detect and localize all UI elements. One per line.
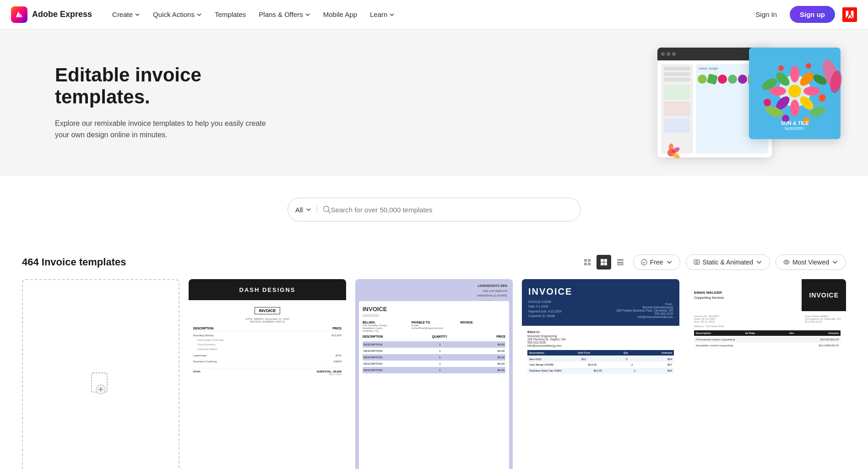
nav-learn[interactable]: Learn xyxy=(364,7,400,22)
blue-body: Billed to: Mconnect Engineering185 Pache… xyxy=(522,326,679,469)
template-card-blank[interactable] xyxy=(22,279,179,469)
chevron-down-icon xyxy=(306,207,311,212)
dash-item-sub3: · Corporate Pattern xyxy=(193,347,342,352)
editor-dot-2 xyxy=(667,52,670,56)
hero-section: Editable invoice templates. Explore our … xyxy=(0,29,868,176)
blue-row: Stainless Steel Cap #3962$12.502$25 xyxy=(527,368,674,374)
ewan-invoice-label: INVOICE xyxy=(809,291,839,299)
free-filter-label: Free xyxy=(650,259,663,266)
grid-small-icon xyxy=(584,259,591,266)
lion-company: LIONHEIGHTS DENTHE LOP HEIGHTSAARONDVILL… xyxy=(361,284,507,298)
results-section: 464 Invoice templates xyxy=(0,243,868,469)
template-card-blue[interactable]: INVOICE INVOICE #13295Date: 4-1-2024Paym… xyxy=(522,279,679,469)
chevron-down-icon xyxy=(756,259,762,265)
ewan-company: EWAN WALKERCopywriting Services xyxy=(694,290,796,300)
nav-quick-actions[interactable]: Quick Actions xyxy=(147,7,207,22)
view-grid-large-button[interactable] xyxy=(597,255,611,270)
navbar: Adobe Express Create Quick Actions Templ… xyxy=(0,0,868,29)
svg-point-16 xyxy=(764,99,771,106)
lion-invoice-col: INVOICE: xyxy=(460,321,505,332)
blue-billed-to: Billed to: Mconnect Engineering185 Pache… xyxy=(527,330,674,347)
sign-in-button[interactable]: Sign In xyxy=(750,7,782,22)
floral-card-text: SUN & TILE NURSERY xyxy=(781,120,808,132)
dash-header: DASH DESIGNS xyxy=(189,279,346,300)
ewan-col-headers: Description Hr Rate Hrs Amount xyxy=(694,330,841,336)
hero-text: Editable invoice templates. Explore our … xyxy=(55,64,275,141)
svg-point-17 xyxy=(819,94,826,102)
dash-item-sub2: · Three Revisions xyxy=(193,343,342,347)
nav-plans[interactable]: Plans & Offers xyxy=(253,7,315,22)
leaf-icon xyxy=(728,75,737,84)
floral-brand-line1: SUN & TILE xyxy=(781,120,808,126)
panel-item xyxy=(664,102,690,116)
template-card-dash[interactable]: DASH DESIGNS INVOICE DATE: MM/DD, Decemb… xyxy=(189,279,346,469)
lion-payable-to: PAYABLE TO: Email:mcharffner@nasonfa.com xyxy=(412,321,457,332)
blue-row: Item #215$122$24 xyxy=(527,356,674,362)
nav-links: Create Quick Actions Templates Plans & O… xyxy=(107,7,750,22)
dash-invoice-wrapper: INVOICE xyxy=(193,306,342,314)
editor-panel xyxy=(661,64,693,154)
chevron-down-icon xyxy=(666,259,673,265)
lion-item-row: DESCRIPTION1$4.00 xyxy=(363,361,505,367)
hero-deco-flower xyxy=(662,144,680,162)
dash-invoice-label: INVOICE xyxy=(255,307,280,314)
template-card-lion[interactable]: LIONHEIGHTS DENTHE LOP HEIGHTSAARONDVILL… xyxy=(355,279,513,469)
image-play-icon xyxy=(694,259,700,265)
svg-rect-32 xyxy=(584,263,587,265)
ewan-billed-to: Billed to: The Glass Pool xyxy=(694,325,841,328)
svg-point-11 xyxy=(788,85,801,97)
logo-link[interactable]: Adobe Express xyxy=(11,6,92,23)
svg-point-21 xyxy=(806,63,811,69)
sort-button[interactable]: Most Viewed xyxy=(776,254,846,270)
svg-rect-39 xyxy=(617,262,624,264)
dash-tax: TAX: 5.5% xyxy=(193,373,342,376)
panel-item xyxy=(664,118,690,133)
dash-totals: BANKSUBTOTAL: $3,000 TAX: 5.5% xyxy=(193,368,342,376)
dash-item-1: Branding Identity$10,000 xyxy=(193,333,342,338)
svg-rect-30 xyxy=(584,259,587,262)
category-dropdown[interactable]: All xyxy=(295,206,317,214)
lion-header: LIONHEIGHTS DENTHE LOP HEIGHTSAARONDVILL… xyxy=(355,279,513,301)
editor-dot-1 xyxy=(661,52,665,56)
grid-large-icon xyxy=(600,259,608,266)
view-list-button[interactable] xyxy=(613,255,628,270)
svg-rect-31 xyxy=(588,259,591,262)
dash-item-2: Letterhead$700 xyxy=(193,353,342,358)
view-toggle xyxy=(580,255,628,270)
panel-item xyxy=(664,78,690,81)
svg-rect-35 xyxy=(604,259,607,262)
search-section: All xyxy=(0,176,868,243)
lion-item-row: DESCRIPTION1$4.00 xyxy=(363,367,505,373)
svg-point-20 xyxy=(778,65,784,71)
sign-up-button[interactable]: Sign up xyxy=(790,6,835,23)
svg-line-29 xyxy=(328,211,331,213)
logo-icon xyxy=(11,6,27,23)
nav-right: Sign In Sign up xyxy=(750,6,857,23)
nav-mobile-app[interactable]: Mobile App xyxy=(318,7,363,22)
svg-rect-40 xyxy=(617,264,624,265)
lion-billing-to: BILLING: The Schaffer Group,Raspberry La… xyxy=(363,321,408,332)
lion-item-row: DESCRIPTION1$4.00 xyxy=(363,341,505,348)
hero-description: Explore our remixable invoice templates … xyxy=(55,118,275,141)
search-input[interactable] xyxy=(331,206,573,214)
svg-rect-33 xyxy=(588,263,591,265)
ewan-row: Newsletter content copywriting $23.256$1… xyxy=(694,343,841,349)
blue-items: Item #215$122$24 User Merge #25488$13.50… xyxy=(527,356,674,374)
ewan-items: Promotional content copywriting $10.001$… xyxy=(694,337,841,349)
ewan-header: EWAN WALKERCopywriting Services INVOICE xyxy=(689,279,846,311)
lion-title: INVOICE xyxy=(363,306,505,313)
lion-date: 01/02/2020 xyxy=(363,314,505,317)
type-filter-button[interactable]: Static & Animated xyxy=(686,254,770,270)
svg-rect-37 xyxy=(604,263,607,266)
blue-row: User Merge #25488$13.502$27 xyxy=(527,362,674,368)
svg-point-7 xyxy=(790,100,799,116)
view-grid-small-button[interactable] xyxy=(580,255,595,270)
free-filter-button[interactable]: Free xyxy=(633,254,680,270)
template-card-ewan[interactable]: EWAN WALKERCopywriting Services INVOICE … xyxy=(689,279,846,469)
nav-create[interactable]: Create xyxy=(107,7,146,22)
chevron-down-icon xyxy=(196,12,202,17)
adobe-logo-icon[interactable] xyxy=(842,7,857,22)
blue-header: INVOICE INVOICE #13295Date: 4-1-2024Paym… xyxy=(522,279,679,326)
ewan-left: EWAN WALKERCopywriting Services xyxy=(689,279,802,311)
nav-templates[interactable]: Templates xyxy=(209,7,251,22)
